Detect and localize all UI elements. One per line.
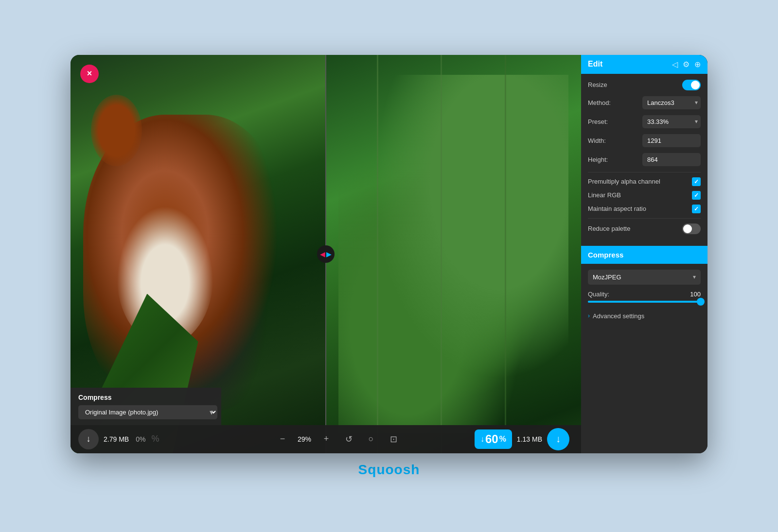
quality-track	[588, 301, 701, 303]
reduce-palette-label: Reduce palette	[588, 225, 630, 232]
reduce-palette-toggle[interactable]	[682, 223, 701, 234]
resize-toggle[interactable]	[682, 80, 701, 90]
zoom-in-button[interactable]: +	[318, 431, 334, 447]
compressed-file-size: 1.13 MB	[517, 435, 542, 443]
resize-row: Resize	[588, 80, 701, 90]
zoom-out-button[interactable]: −	[275, 431, 290, 447]
checkmark-icon-2: ✓	[694, 192, 699, 199]
download-left-icon: ↓	[87, 434, 91, 444]
compress-select-row: Original Image (photo.jpg) ▾	[78, 405, 213, 419]
reset-button[interactable]: ○	[363, 431, 379, 447]
divider-1	[588, 172, 701, 172]
compression-percent: 60	[485, 432, 498, 446]
method-row: Method: Lanczos3 ▾	[588, 96, 701, 109]
compressed-image	[326, 55, 581, 453]
rotate-button[interactable]: ↺	[341, 431, 356, 447]
zoom-out-icon: −	[280, 434, 285, 444]
preset-select[interactable]: 33.33%	[642, 115, 701, 128]
quality-row: Quality: 100	[588, 291, 701, 298]
checkmark-icon-3: ✓	[694, 206, 699, 212]
close-icon: ×	[87, 69, 92, 79]
reduce-palette-row: Reduce palette	[588, 223, 701, 234]
bottom-left-section: ↓ 2.79 MB 0% %	[78, 429, 229, 449]
maintain-aspect-checkbox[interactable]: ✓	[692, 205, 701, 213]
split-handle[interactable]: ◀ ▶	[317, 245, 335, 263]
preset-label: Preset:	[588, 118, 608, 125]
arrow-right-icon: ▶	[326, 250, 332, 258]
save-icon: ↓	[556, 433, 561, 445]
zoom-in-icon: +	[324, 434, 329, 444]
linear-rgb-label: Linear RGB	[588, 191, 621, 199]
chevron-right-icon: ›	[588, 312, 590, 319]
premultiply-checkbox[interactable]: ✓	[692, 177, 701, 186]
percent-symbol: %	[499, 435, 506, 444]
app-window: ×	[71, 55, 707, 453]
download-left-button[interactable]: ↓	[78, 429, 99, 449]
quality-thumb[interactable]	[697, 298, 705, 306]
quality-fill	[588, 301, 701, 303]
width-row: Width:	[588, 134, 701, 147]
compress-section-overlay: Compress Original Image (photo.jpg) ▾	[71, 388, 221, 425]
linear-rgb-row: Linear RGB ✓	[588, 191, 701, 200]
edit-header: Edit ◁ ⚙ ⊕	[581, 55, 707, 74]
compress-section: MozJPEG ▾ Quality: 100	[581, 264, 707, 327]
main-area: ◀ ▶ Compress Original Image (photo.jpg) …	[71, 55, 707, 453]
codec-select[interactable]: MozJPEG	[588, 270, 701, 285]
compress-overlay-title: Compress	[78, 394, 213, 401]
app-title: Squoosh	[358, 462, 420, 478]
zoom-level: 29%	[297, 435, 312, 443]
edit-title: Edit	[588, 60, 602, 69]
compress-header: Compress	[581, 246, 707, 264]
original-file-size: 2.79 MB	[104, 435, 129, 443]
split-handle-arrows: ◀ ▶	[320, 250, 332, 258]
crop-button[interactable]: ⊡	[386, 431, 401, 447]
compression-badge: ↓ 60 %	[475, 429, 512, 449]
height-label: Height:	[588, 156, 608, 163]
save-download-button[interactable]: ↓	[547, 428, 569, 450]
bottom-right-section: ↓ 60 % 1.13 MB ↓	[447, 428, 573, 450]
quality-slider-container	[588, 301, 701, 303]
height-input[interactable]	[642, 153, 701, 166]
image-source-select[interactable]: Original Image (photo.jpg)	[78, 405, 217, 419]
width-label: Width:	[588, 137, 606, 144]
method-select[interactable]: Lanczos3	[642, 96, 701, 109]
arrow-left-icon: ◀	[320, 250, 325, 258]
height-row: Height:	[588, 153, 701, 166]
premultiply-label: Premultiply alpha channel	[588, 178, 660, 185]
method-label: Method:	[588, 99, 611, 106]
settings-icon[interactable]: ⚙	[683, 60, 690, 69]
download-arrow-icon: ↓	[480, 435, 484, 444]
rotate-icon: ↺	[345, 434, 353, 445]
right-panel: Edit ◁ ⚙ ⊕ Resize Method:	[581, 55, 707, 453]
premultiply-row: Premultiply alpha channel ✓	[588, 177, 701, 186]
image-area: ◀ ▶ Compress Original Image (photo.jpg) …	[71, 55, 581, 453]
edit-section: Resize Method: Lanczos3 ▾ Preset:	[581, 74, 707, 246]
linear-rgb-checkbox[interactable]: ✓	[692, 191, 701, 200]
checkmark-icon: ✓	[694, 178, 699, 185]
image-right	[326, 55, 581, 453]
bottom-toolbar: ↓ 2.79 MB 0% % − 29% +	[71, 425, 581, 453]
bottom-center-section: − 29% + ↺ ○ ⊡	[229, 431, 447, 447]
advanced-settings-label: Advanced settings	[593, 312, 644, 320]
compress-title: Compress	[588, 251, 623, 259]
advanced-settings-row[interactable]: › Advanced settings	[588, 308, 701, 322]
maintain-aspect-row: Maintain aspect ratio ✓	[588, 205, 701, 213]
speaker-icon[interactable]: ◁	[672, 60, 678, 69]
preset-row: Preset: 33.33% ▾	[588, 115, 701, 128]
quality-label: Quality:	[588, 291, 609, 298]
quality-value: 100	[690, 291, 701, 298]
crop-icon: ⊡	[390, 434, 397, 445]
maintain-aspect-label: Maintain aspect ratio	[588, 205, 646, 212]
circle-icon: ○	[369, 434, 374, 444]
width-input[interactable]	[642, 134, 701, 147]
divider-2	[588, 218, 701, 219]
close-button[interactable]: ×	[80, 65, 99, 83]
header-icons: ◁ ⚙ ⊕	[672, 60, 701, 69]
resize-label: Resize	[588, 81, 607, 88]
search-zoom-icon[interactable]: ⊕	[694, 60, 701, 69]
original-percent: 0%	[136, 435, 145, 443]
